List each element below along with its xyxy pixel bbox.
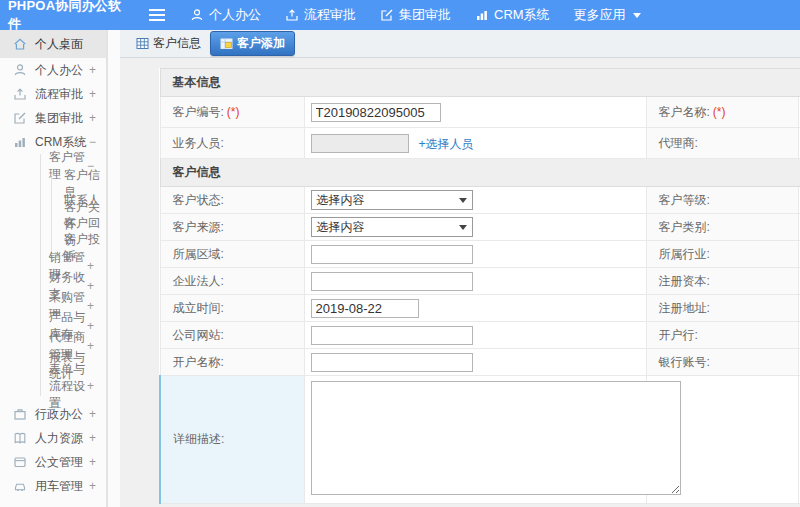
sidebar-item-label: 个人办公 bbox=[35, 62, 83, 79]
expand-toggle[interactable]: + bbox=[87, 379, 94, 393]
sidebar-item-process-approval[interactable]: 流程审批 + bbox=[0, 82, 106, 106]
sidebar-item-document-management[interactable]: 公文管理 + bbox=[0, 450, 106, 474]
sidebar-item-personal-office[interactable]: 个人办公 + bbox=[0, 58, 106, 82]
bar-chart-icon bbox=[475, 8, 489, 22]
sidebar-item-label: 用车管理 bbox=[35, 478, 83, 495]
menu-toggle-icon[interactable] bbox=[148, 8, 166, 22]
sidebar-item-personal-desktop[interactable]: 个人桌面 bbox=[0, 30, 106, 58]
edit-icon bbox=[13, 111, 27, 125]
sidebar-menu: 个人桌面 个人办公 + 流程审批 + 集团审批 + CRM系统 − bbox=[0, 30, 106, 498]
edit-icon bbox=[380, 8, 394, 22]
expand-toggle[interactable]: + bbox=[89, 479, 96, 493]
sidebar-item-human-resources[interactable]: 人力资源 + bbox=[0, 426, 106, 450]
expand-toggle[interactable]: + bbox=[89, 111, 96, 125]
sidebar-item-administration[interactable]: 行政办公 + bbox=[0, 402, 106, 426]
bank-branch-label-cell: 开户行: bbox=[646, 322, 798, 349]
customer-status-select[interactable]: 选择内容 bbox=[311, 190, 473, 210]
expand-toggle[interactable]: + bbox=[89, 455, 96, 469]
choose-personnel-link[interactable]: +选择人员 bbox=[419, 137, 474, 151]
founding-date-input[interactable] bbox=[311, 299, 419, 318]
sidebar-item-vehicle-management[interactable]: 用车管理 + bbox=[0, 474, 106, 498]
sidebar-item-label: CRM系统 bbox=[35, 134, 86, 151]
field-label: 业务人员: bbox=[173, 136, 224, 150]
sidebar: 个人桌面 个人办公 + 流程审批 + 集团审批 + CRM系统 − bbox=[0, 30, 120, 507]
expand-toggle[interactable]: + bbox=[87, 259, 94, 273]
field-label: 公司网站: bbox=[173, 328, 224, 342]
car-icon bbox=[13, 479, 27, 493]
user-icon bbox=[13, 63, 27, 77]
customer-code-input[interactable] bbox=[311, 103, 441, 122]
topnav-group-approval[interactable]: 集团审批 bbox=[380, 6, 451, 24]
expand-toggle[interactable]: + bbox=[89, 63, 96, 77]
tab-customer-add[interactable]: 客户添加 bbox=[210, 31, 295, 56]
user-icon bbox=[190, 8, 204, 22]
topnav-more-apps[interactable]: 更多应用 bbox=[574, 6, 641, 24]
bar-chart-icon bbox=[13, 135, 27, 149]
founding-date-cell bbox=[304, 295, 646, 322]
tab-customer-info[interactable]: 客户信息 bbox=[136, 35, 201, 52]
account-name-input[interactable] bbox=[311, 353, 473, 372]
home-icon bbox=[13, 37, 27, 51]
company-website-input[interactable] bbox=[311, 326, 473, 345]
topnav-personal-office[interactable]: 个人办公 bbox=[190, 6, 261, 24]
sidebar-item-form-process-settings[interactable]: 表单与流程设置 + bbox=[41, 376, 106, 396]
expand-toggle[interactable]: + bbox=[89, 407, 96, 421]
tab-bar: 客户信息 客户添加 bbox=[120, 30, 800, 58]
customer-add-form: 基本信息 客户编号:(*) 客户名称:(*) bbox=[159, 68, 800, 504]
field-label: 企业法人: bbox=[173, 274, 224, 288]
region-input[interactable] bbox=[311, 245, 473, 264]
registered-capital-label-cell: 注册资本: bbox=[646, 268, 798, 295]
content-area: 客户信息 客户添加 基本信息 客户编号:(*) bbox=[120, 30, 800, 507]
field-label: 详细描述: bbox=[173, 432, 224, 446]
flow-icon bbox=[285, 8, 299, 22]
expand-toggle[interactable]: + bbox=[87, 299, 94, 313]
customer-category-label-cell: 客户类别: bbox=[646, 214, 798, 241]
customer-status-cell: 选择内容 bbox=[304, 187, 646, 214]
salesperson-input-cell: +选择人员 bbox=[304, 128, 646, 159]
sidebar-item-label: 公文管理 bbox=[35, 454, 83, 471]
sidebar-scrollbar[interactable] bbox=[106, 30, 108, 507]
topnav-label: 更多应用 bbox=[574, 6, 626, 24]
field-label: 银行账号: bbox=[659, 355, 710, 369]
field-label: 客户编号: bbox=[173, 105, 224, 119]
required-marker: (*) bbox=[227, 105, 240, 119]
expand-toggle[interactable]: + bbox=[89, 87, 96, 101]
expand-toggle[interactable]: + bbox=[87, 319, 94, 333]
sidebar-item-label: 表单与流程设置 bbox=[49, 361, 87, 412]
legal-person-input[interactable] bbox=[311, 272, 473, 291]
description-textarea[interactable] bbox=[311, 381, 681, 495]
caret-down-icon bbox=[459, 225, 467, 230]
expand-toggle[interactable]: + bbox=[89, 431, 96, 445]
section-header-basic-info: 基本信息 bbox=[160, 69, 800, 97]
app-logo: PHPOA协同办公软件 bbox=[0, 0, 132, 33]
expand-toggle[interactable]: + bbox=[87, 279, 94, 293]
account-name-cell bbox=[304, 349, 646, 376]
agent-label-cell: 代理商: bbox=[646, 128, 798, 159]
briefcase-icon bbox=[13, 407, 27, 421]
salesperson-input bbox=[311, 134, 409, 153]
sidebar-item-label: 人力资源 bbox=[35, 430, 83, 447]
field-label: 代理商: bbox=[659, 136, 698, 150]
field-label: 所属区域: bbox=[173, 247, 224, 261]
customer-source-cell: 选择内容 bbox=[304, 214, 646, 241]
customer-code-label-cell: 客户编号:(*) bbox=[160, 97, 304, 128]
founding-date-label-cell: 成立时间: bbox=[160, 295, 304, 322]
registered-address-label-cell: 注册地址: bbox=[646, 295, 798, 322]
region-cell bbox=[304, 241, 646, 268]
legal-person-cell bbox=[304, 268, 646, 295]
topnav-label: 集团审批 bbox=[399, 6, 451, 24]
customer-management-submenu: 客户信息 联系人 客户关怀 客户回访 客户投诉 bbox=[51, 176, 106, 256]
sidebar-item-group-approval[interactable]: 集团审批 + bbox=[0, 106, 106, 130]
sidebar-item-label: 集团审批 bbox=[35, 110, 83, 127]
expand-toggle[interactable]: − bbox=[89, 135, 96, 149]
customer-source-select[interactable]: 选择内容 bbox=[311, 217, 473, 237]
field-label: 开户行: bbox=[659, 328, 698, 342]
field-label: 客户状态: bbox=[173, 193, 224, 207]
bank-account-label-cell: 银行账号: bbox=[646, 349, 798, 376]
account-name-label-cell: 开户名称: bbox=[160, 349, 304, 376]
field-label: 注册地址: bbox=[659, 301, 710, 315]
crm-submenu: 客户管理 − 客户信息 联系人 客户关怀 客户回访 客户投诉 销售管理 + 财务… bbox=[40, 154, 106, 396]
main-layout: 个人桌面 个人办公 + 流程审批 + 集团审批 + CRM系统 − bbox=[0, 30, 800, 507]
topnav-process-approval[interactable]: 流程审批 bbox=[285, 6, 356, 24]
topnav-crm-system[interactable]: CRM系统 bbox=[475, 6, 550, 24]
